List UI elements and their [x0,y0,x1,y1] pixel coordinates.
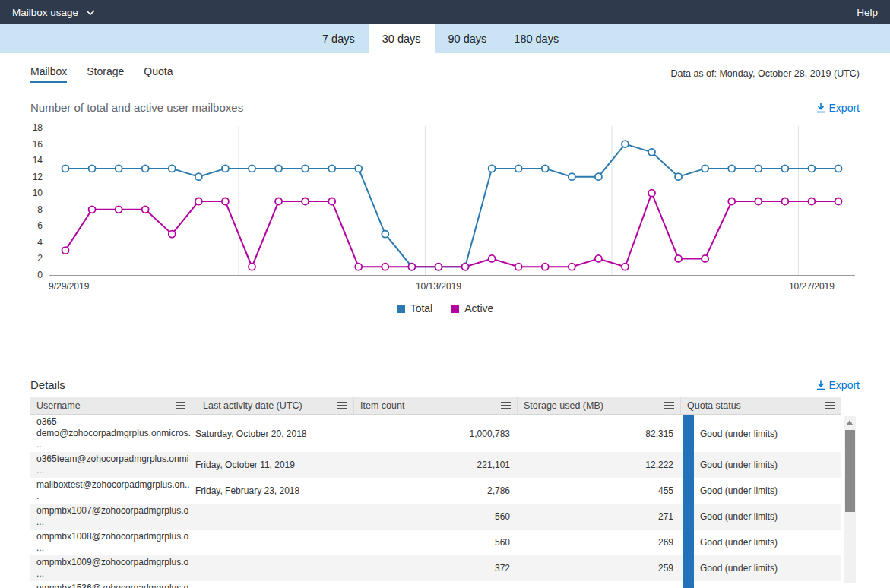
quota-status-text: Good (under limits) [700,511,778,522]
table-row[interactable]: o365team@zohocorpadmgrplus.onmi... Frida… [30,452,841,478]
quota-status-text: Good (under limits) [700,428,778,439]
details-title: Details [30,378,65,391]
cell-last-activity [192,504,354,530]
cell-item-count: 1,000,783 [354,415,518,452]
cell-item-count: 560 [354,504,518,530]
cell-item-count: 560 [354,530,518,555]
legend-item-active: Active [451,302,493,315]
column-menu-icon[interactable] [337,402,347,409]
svg-text:2: 2 [37,253,43,264]
data-as-of-label: Data as of: Monday, October 28, 2019 (UT… [671,68,860,83]
quota-status-text: Good (under limits) [700,460,778,470]
chart-legend: Total Active [30,302,860,315]
svg-text:8: 8 [37,204,43,215]
svg-text:18: 18 [33,122,43,133]
tab-30-days[interactable]: 30 days [369,24,435,53]
cell-last-activity: Friday, October 11, 2019 [192,452,354,478]
cell-quota-status: Good (under limits) [681,504,841,530]
details-table: Username Last activity date (UTC) Item c… [30,397,860,588]
chevron-down-icon [86,10,95,15]
cell-storage-used: 257 [518,581,681,588]
table-row[interactable]: ompmbx1536@zohocorpadmgrplus.o... 513 25… [30,581,841,588]
cell-last-activity: Saturday, October 20, 2018 [192,415,354,452]
quota-status-text: Good (under limits) [700,485,778,496]
main-content: Mailbox Storage Quota Data as of: Monday… [0,65,890,588]
column-menu-icon[interactable] [176,402,185,409]
quota-status-text: Good (under limits) [700,563,778,574]
cell-quota-status: Good (under limits) [681,581,841,588]
cell-username: o365team@zohocorpadmgrplus.onmi... [30,452,192,478]
quota-bar [683,581,694,588]
tab-quota[interactable]: Quota [144,65,173,83]
column-header-storage-used[interactable]: Storage used (MB) [518,397,681,414]
chart-export-button[interactable]: Export [816,102,860,114]
quota-bar [683,452,694,478]
column-menu-icon[interactable] [825,402,835,409]
scrollbar-up-arrow-icon[interactable] [847,420,853,425]
cell-quota-status: Good (under limits) [681,555,841,581]
tab-mailbox[interactable]: Mailbox [30,65,67,83]
legend-swatch [397,305,405,313]
svg-text:9/29/2019: 9/29/2019 [49,281,90,292]
quota-bar [683,504,694,530]
details-section-head: Details Export [30,378,860,391]
table-scrollbar[interactable] [844,416,856,583]
cell-item-count: 372 [354,555,518,581]
tab-90-days[interactable]: 90 days [435,24,501,53]
cell-item-count: 2,786 [354,478,518,504]
scrollbar-thumb[interactable] [845,430,855,512]
chart-section-head: Number of total and active user mailboxe… [30,101,860,114]
legend-item-total: Total [397,302,433,315]
column-label: Username [36,400,81,411]
column-header-username[interactable]: Username [30,397,192,414]
details-table-body: o365-demo@zohocorpadmgrplus.onmicros... … [30,415,860,588]
svg-text:0: 0 [37,270,43,280]
download-icon [816,380,825,390]
cell-storage-used: 82,315 [518,415,681,452]
column-header-quota-status[interactable]: Quota status [681,397,841,414]
table-row[interactable]: ompmbx1009@zohocorpadmgrplus.o... 372 25… [30,555,841,581]
quota-bar [683,530,694,555]
column-label: Storage used (MB) [524,400,603,411]
cell-last-activity [192,581,354,588]
legend-label-total: Total [410,302,433,315]
table-row[interactable]: ompmbx1008@zohocorpadmgrplus.o... 560 26… [30,530,841,555]
top-bar: Mailbox usage Help [0,0,890,24]
legend-swatch [451,305,459,313]
details-export-label: Export [829,379,860,391]
column-menu-icon[interactable] [501,402,511,409]
column-label: Last activity date (UTC) [203,400,302,411]
username-text: ompmbx1007@zohocorpadmgrplus.o... [36,505,191,528]
cell-quota-status: Good (under limits) [681,415,841,452]
tab-storage[interactable]: Storage [87,65,124,83]
cell-last-activity [192,530,354,555]
cell-item-count: 221,101 [354,452,518,478]
column-header-last-activity[interactable]: Last activity date (UTC) [192,397,354,414]
column-header-item-count[interactable]: Item count [354,397,518,414]
tab-180-days[interactable]: 180 days [500,24,572,53]
cell-storage-used: 269 [518,530,681,555]
cell-storage-used: 271 [518,504,681,530]
tab-7-days[interactable]: 7 days [309,24,369,53]
svg-text:6: 6 [37,220,43,231]
report-selector[interactable]: Mailbox usage [12,7,95,18]
svg-text:16: 16 [33,139,43,150]
subnav: Mailbox Storage Quota Data as of: Monday… [30,65,860,83]
table-row[interactable]: o365-demo@zohocorpadmgrplus.onmicros... … [30,415,841,452]
cell-username: o365-demo@zohocorpadmgrplus.onmicros... [30,415,192,452]
details-export-button[interactable]: Export [816,379,860,391]
help-link[interactable]: Help [857,7,878,18]
report-tabs: Mailbox Storage Quota [30,65,173,83]
table-row[interactable]: mailboxtest@zohocorpadmgrplus.on... Frid… [30,478,841,504]
username-text: o365team@zohocorpadmgrplus.onmi... [36,454,191,476]
column-menu-icon[interactable] [664,402,674,409]
usage-chart: 0246810121416189/29/201910/13/201910/27/… [30,120,860,299]
cell-username: ompmbx1007@zohocorpadmgrplus.o... [30,504,192,530]
period-tab-bar: 7 days 30 days 90 days 180 days [0,24,890,53]
table-row[interactable]: ompmbx1007@zohocorpadmgrplus.o... 560 27… [30,504,841,530]
svg-text:12: 12 [33,172,43,182]
legend-label-active: Active [464,302,493,315]
username-text: ompmbx1536@zohocorpadmgrplus.o... [36,583,191,588]
cell-last-activity [192,555,354,581]
chart-title: Number of total and active user mailboxe… [30,101,243,114]
